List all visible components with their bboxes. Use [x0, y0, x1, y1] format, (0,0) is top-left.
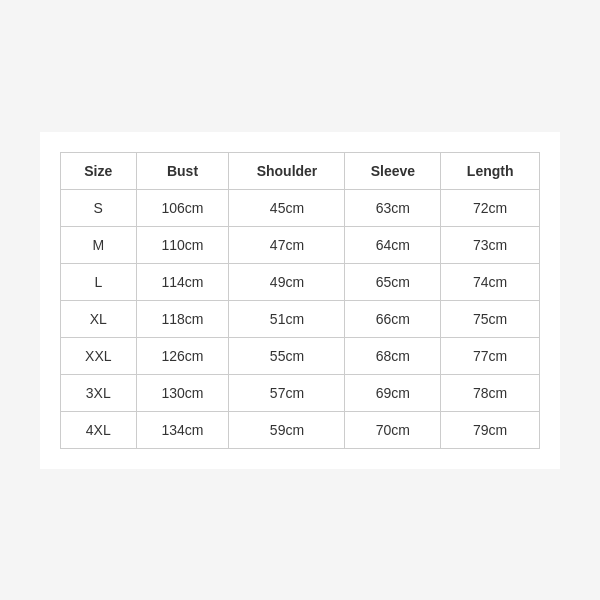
table-header-row: SizeBustShoulderSleeveLength	[61, 152, 540, 189]
table-cell-1-2: 47cm	[229, 226, 345, 263]
table-cell-3-0: XL	[61, 300, 137, 337]
table-cell-3-1: 118cm	[136, 300, 229, 337]
table-cell-6-2: 59cm	[229, 411, 345, 448]
table-cell-6-0: 4XL	[61, 411, 137, 448]
table-cell-5-3: 69cm	[345, 374, 441, 411]
table-row: M110cm47cm64cm73cm	[61, 226, 540, 263]
table-row: L114cm49cm65cm74cm	[61, 263, 540, 300]
table-cell-0-3: 63cm	[345, 189, 441, 226]
table-cell-2-1: 114cm	[136, 263, 229, 300]
table-cell-5-0: 3XL	[61, 374, 137, 411]
column-header-length: Length	[441, 152, 540, 189]
table-cell-2-4: 74cm	[441, 263, 540, 300]
table-cell-0-4: 72cm	[441, 189, 540, 226]
table-cell-1-3: 64cm	[345, 226, 441, 263]
column-header-sleeve: Sleeve	[345, 152, 441, 189]
table-cell-2-3: 65cm	[345, 263, 441, 300]
table-cell-2-2: 49cm	[229, 263, 345, 300]
table-row: XXL126cm55cm68cm77cm	[61, 337, 540, 374]
table-cell-1-1: 110cm	[136, 226, 229, 263]
table-cell-3-2: 51cm	[229, 300, 345, 337]
table-cell-1-4: 73cm	[441, 226, 540, 263]
table-cell-5-1: 130cm	[136, 374, 229, 411]
column-header-size: Size	[61, 152, 137, 189]
table-cell-3-4: 75cm	[441, 300, 540, 337]
size-chart-container: SizeBustShoulderSleeveLength S106cm45cm6…	[40, 132, 560, 469]
table-cell-0-1: 106cm	[136, 189, 229, 226]
column-header-shoulder: Shoulder	[229, 152, 345, 189]
size-chart-table: SizeBustShoulderSleeveLength S106cm45cm6…	[60, 152, 540, 449]
table-cell-4-0: XXL	[61, 337, 137, 374]
table-cell-0-2: 45cm	[229, 189, 345, 226]
table-row: 3XL130cm57cm69cm78cm	[61, 374, 540, 411]
table-cell-3-3: 66cm	[345, 300, 441, 337]
table-body: S106cm45cm63cm72cmM110cm47cm64cm73cmL114…	[61, 189, 540, 448]
table-row: XL118cm51cm66cm75cm	[61, 300, 540, 337]
table-row: S106cm45cm63cm72cm	[61, 189, 540, 226]
table-cell-6-4: 79cm	[441, 411, 540, 448]
table-cell-6-1: 134cm	[136, 411, 229, 448]
table-cell-4-2: 55cm	[229, 337, 345, 374]
column-header-bust: Bust	[136, 152, 229, 189]
table-cell-4-1: 126cm	[136, 337, 229, 374]
table-cell-5-2: 57cm	[229, 374, 345, 411]
table-cell-0-0: S	[61, 189, 137, 226]
table-cell-4-4: 77cm	[441, 337, 540, 374]
table-cell-4-3: 68cm	[345, 337, 441, 374]
table-cell-6-3: 70cm	[345, 411, 441, 448]
table-row: 4XL134cm59cm70cm79cm	[61, 411, 540, 448]
table-cell-1-0: M	[61, 226, 137, 263]
table-cell-2-0: L	[61, 263, 137, 300]
table-cell-5-4: 78cm	[441, 374, 540, 411]
